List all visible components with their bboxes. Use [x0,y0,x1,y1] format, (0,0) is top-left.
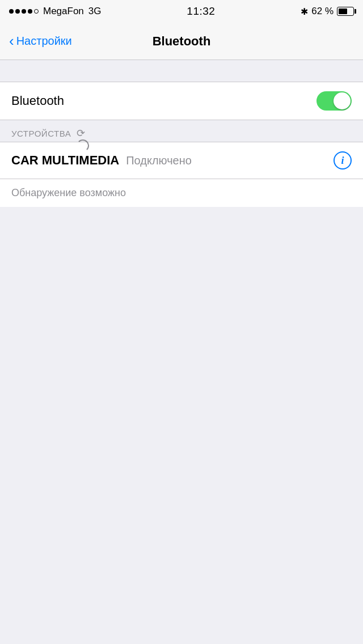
nav-bar: ‹ Настройки Bluetooth [0,23,363,60]
info-icon: i [341,155,344,167]
status-left: MegaFon 3G [9,6,102,17]
back-button[interactable]: ‹ Настройки [9,35,72,48]
spinner-ring [77,139,89,152]
signal-dot-2 [15,9,20,14]
status-time: 11:32 [187,5,215,18]
network-type: 3G [88,6,102,17]
signal-dot-1 [9,9,14,14]
discovery-row: Обнаружение возможно [0,179,363,207]
device-row[interactable]: CAR MULTIMEDIA Подключено i [0,142,363,179]
signal-dot-5 [34,9,39,14]
bluetooth-toggle[interactable] [316,91,352,111]
bluetooth-section: Bluetooth [0,82,363,120]
bluetooth-label: Bluetooth [11,94,64,108]
back-chevron-icon: ‹ [9,33,14,48]
battery-fill [339,9,347,14]
device-status: Подключено [126,154,192,167]
mid-spacer: УСТРОЙСТВА [0,120,363,142]
nav-title: Bluetooth [153,34,211,49]
carrier-name: MegaFon [43,6,84,17]
signal-dot-4 [28,9,32,14]
battery-icon [337,7,354,16]
signal-strength [9,9,39,14]
devices-header: УСТРОЙСТВА [0,120,363,144]
device-info-button[interactable]: i [334,151,352,170]
battery-indicator [337,7,354,16]
status-bar: MegaFon 3G 11:32 ✱ 62 % [0,0,363,23]
device-name: CAR MULTIMEDIA [11,153,119,168]
back-button-label: Настройки [16,35,72,48]
main-content [0,207,363,547]
loading-spinner [77,127,89,139]
bluetooth-row: Bluetooth [0,82,363,120]
battery-percent-text: 62 % [311,6,334,17]
bluetooth-status-icon: ✱ [301,6,308,17]
signal-dot-3 [22,9,26,14]
toggle-knob [334,92,351,109]
status-right: ✱ 62 % [301,6,354,17]
discovery-text: Обнаружение возможно [11,187,126,198]
device-info: CAR MULTIMEDIA Подключено [11,153,192,168]
devices-section-label: УСТРОЙСТВА [11,129,71,138]
top-spacer [0,60,363,82]
